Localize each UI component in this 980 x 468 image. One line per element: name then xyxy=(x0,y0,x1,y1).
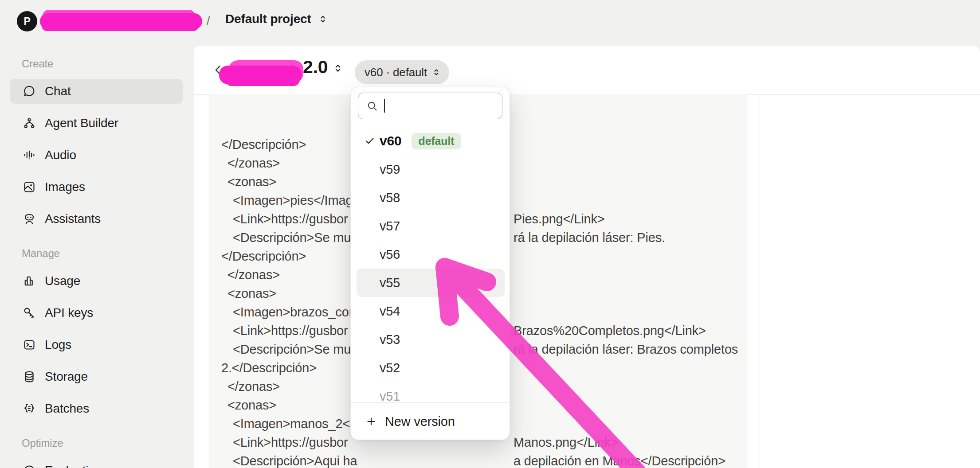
version-name: v52 xyxy=(380,361,400,375)
sidebar-item-assistants[interactable]: Assistants xyxy=(10,207,183,231)
code-text-continuation: Brazos%20Completos.png</Link> xyxy=(514,321,706,340)
project-name: Default project xyxy=(225,12,311,26)
code-text: </Descripción> xyxy=(221,137,306,152)
version-option-v56[interactable]: v56 xyxy=(357,240,505,269)
prompt-code-line: <Descripción>Aqui haa depilación en Mano… xyxy=(209,452,747,468)
version-option-v54[interactable]: v54 xyxy=(357,297,505,325)
chat-icon xyxy=(23,85,36,98)
pane-divider xyxy=(760,94,760,468)
code-text: <Imagen>brazos_con xyxy=(233,305,356,319)
sidebar-section-label: Optimize xyxy=(22,437,63,449)
code-text: <Link>https://gusbor xyxy=(233,435,348,449)
version-name: v54 xyxy=(380,304,400,319)
code-text: <zonas> xyxy=(227,398,276,412)
code-text: </Descripción> xyxy=(221,249,306,263)
version-name: v53 xyxy=(380,332,400,347)
code-text: 2.</Descripción> xyxy=(221,361,317,375)
batches-icon xyxy=(23,402,36,415)
sidebar-item-chat[interactable]: Chat xyxy=(10,79,183,104)
chevron-updown-icon xyxy=(318,14,328,24)
code-text: </zonas> xyxy=(227,156,280,170)
sidebar-item-label: Logs xyxy=(45,338,71,352)
breadcrumb-separator: / xyxy=(207,14,210,28)
prompt-card: 2.0 v60 · default </Descripción></zonas>… xyxy=(194,46,980,468)
code-text: </zonas> xyxy=(227,379,280,394)
logs-icon xyxy=(23,338,36,351)
version-list: v60defaultv59v58v57v56v55v54v53v52v51 xyxy=(351,127,510,402)
sidebar-item-label: Assistants xyxy=(45,212,101,226)
version-name: v55 xyxy=(380,276,400,290)
sidebar-item-api-keys[interactable]: API keys xyxy=(10,300,183,325)
default-badge: default xyxy=(412,133,462,149)
code-text-continuation: rá la depilación láser: Brazos completos xyxy=(514,340,738,359)
chevron-updown-icon xyxy=(431,67,441,77)
sidebar-item-label: Images xyxy=(45,180,85,194)
version-name: v58 xyxy=(380,191,400,205)
sidebar-item-label: Audio xyxy=(45,148,76,162)
project-selector[interactable]: Default project xyxy=(225,9,328,29)
api-keys-icon xyxy=(23,306,36,320)
version-name: v56 xyxy=(380,247,400,262)
code-text: <zonas> xyxy=(227,175,276,189)
sidebar-item-label: Evaluations xyxy=(45,464,108,468)
version-search-input[interactable] xyxy=(358,93,502,119)
storage-icon xyxy=(23,370,36,383)
code-text: <Link>https://gusbor xyxy=(233,324,348,338)
prompt-title-suffix: 2.0 xyxy=(303,57,328,78)
audio-icon xyxy=(23,148,36,162)
sidebar-item-logs[interactable]: Logs xyxy=(10,332,183,357)
version-dropdown: v60defaultv59v58v57v56v55v54v53v52v51 Ne… xyxy=(350,87,510,440)
version-name: v59 xyxy=(380,162,400,177)
images-icon xyxy=(23,180,36,194)
chevron-updown-icon xyxy=(332,62,344,74)
sidebar-item-batches[interactable]: Batches xyxy=(10,396,183,421)
version-option-v51[interactable]: v51 xyxy=(357,382,505,402)
sidebar-item-storage[interactable]: Storage xyxy=(10,364,183,389)
version-option-v53[interactable]: v53 xyxy=(357,325,505,354)
sidebar-item-label: Agent Builder xyxy=(45,116,118,130)
sidebar-item-images[interactable]: Images xyxy=(10,175,183,199)
sidebar-item-audio[interactable]: Audio xyxy=(10,143,183,168)
sidebar-item-evaluations[interactable]: Evaluations xyxy=(10,458,183,468)
code-text: <Descripción>Se mue xyxy=(233,342,358,356)
version-name: v57 xyxy=(380,219,400,234)
sidebar-section-label: Manage xyxy=(22,247,60,260)
check-icon xyxy=(365,136,375,146)
search-icon xyxy=(366,100,378,112)
sidebar-item-label: Chat xyxy=(45,84,71,98)
code-text: <Imagen>pies</Imag xyxy=(233,193,353,207)
prompt-card-header: 2.0 v60 · default xyxy=(194,46,980,95)
version-option-v55[interactable]: v55 xyxy=(357,269,505,297)
org-avatar[interactable]: P xyxy=(17,11,37,31)
sidebar-item-label: Storage xyxy=(45,370,88,384)
agent-builder-icon xyxy=(23,117,36,130)
version-option-v57[interactable]: v57 xyxy=(357,212,505,240)
version-option-v60[interactable]: v60default xyxy=(357,127,505,155)
version-option-v58[interactable]: v58 xyxy=(357,183,505,212)
version-name: v51 xyxy=(380,389,400,403)
sidebar-item-label: Usage xyxy=(45,274,80,288)
sidebar: CreateChatAgent BuilderAudioImagesAssist… xyxy=(0,46,194,468)
version-pill[interactable]: v60 · default xyxy=(355,60,449,84)
sidebar-item-agent-builder[interactable]: Agent Builder xyxy=(10,111,183,136)
plus-icon xyxy=(365,416,377,427)
code-text-continuation: Pies.png</Link> xyxy=(514,210,605,228)
code-text-continuation: rá la depilación láser: Pies. xyxy=(514,228,665,247)
code-text: <Imagen>manos_2</ xyxy=(233,417,353,431)
redacted-prompt-name xyxy=(219,59,304,87)
sidebar-item-label: API keys xyxy=(45,306,93,320)
code-text-continuation: Manos.png</Link> xyxy=(514,433,618,452)
sidebar-item-usage[interactable]: Usage xyxy=(10,269,183,293)
code-text: <Descripción>Aqui ha xyxy=(233,454,357,468)
redacted-org-name xyxy=(40,10,205,32)
prompt-version-switcher[interactable] xyxy=(332,62,344,74)
assistants-icon xyxy=(23,212,36,226)
version-option-v52[interactable]: v52 xyxy=(357,354,505,382)
version-option-v59[interactable]: v59 xyxy=(357,155,505,183)
evaluations-icon xyxy=(23,464,36,468)
code-text: <Link>https://gusbor xyxy=(233,212,348,226)
code-text: <Descripción>Se mue xyxy=(233,230,358,245)
version-pill-label: v60 · default xyxy=(365,66,427,79)
code-text: </zonas> xyxy=(227,268,280,282)
new-version-button[interactable]: New version xyxy=(351,403,510,440)
